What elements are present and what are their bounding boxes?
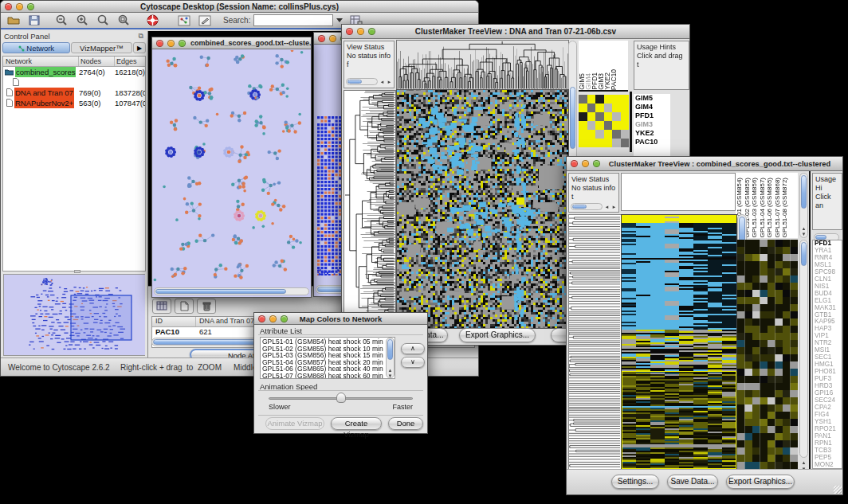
matrix-cell <box>595 104 604 112</box>
zoom-in-icon[interactable] <box>73 13 92 28</box>
treeview2-window: ClusterMaker TreeView : combined_scores_… <box>566 156 843 495</box>
attribute-item[interactable]: GPL51-07 (GSM868) heat shock 60 min <box>262 373 395 379</box>
network-list-row[interactable]: combined_sco2569(6)13112(15) <box>3 77 145 88</box>
tab-network[interactable]: Network <box>2 42 70 53</box>
tv2-zoom-heatmap[interactable] <box>737 240 798 469</box>
zoom-window-icon[interactable] <box>281 315 288 322</box>
network-name: combined_scores <box>3 67 79 77</box>
treeview1-titlebar[interactable]: ClusterMaker TreeView : DNA and Tran 07-… <box>342 25 689 39</box>
open-file-button[interactable] <box>4 13 23 28</box>
zoom-fit-icon[interactable] <box>93 13 112 28</box>
annotation-tool-icon[interactable] <box>195 13 214 28</box>
network-window-titlebar[interactable]: combined_scores_good.txt--cluste... <box>152 37 311 49</box>
window-controls[interactable] <box>1 3 39 10</box>
tv1-row-dendrogram[interactable] <box>344 90 396 329</box>
zoom-window-icon[interactable] <box>179 40 186 47</box>
move-down-button[interactable]: ∨ <box>401 357 425 368</box>
attribute-list[interactable]: GPL51-01 (GSM854) heat shock 05 minGPL51… <box>260 337 395 379</box>
close-icon[interactable] <box>156 40 163 47</box>
close-icon[interactable] <box>318 35 325 42</box>
tab-vizmapper[interactable]: VizMapper™ <box>71 42 132 53</box>
status-welcome: Welcome to Cytoscape 2.6.2 <box>8 363 110 372</box>
attribute-select-icon[interactable] <box>152 299 171 314</box>
control-panel-title: Control Panel <box>1 32 139 41</box>
birdseye-drag-handle[interactable] <box>74 270 80 273</box>
matrix-cell <box>604 104 613 112</box>
minimize-icon[interactable] <box>329 35 336 42</box>
done-button[interactable]: Done <box>388 417 423 430</box>
minimize-icon[interactable] <box>167 40 175 47</box>
tv1-status-scrollbar[interactable] <box>346 78 378 85</box>
save-button[interactable] <box>25 13 44 28</box>
resize-grip[interactable] <box>834 486 842 494</box>
attribute-item[interactable]: GPL51-01 (GSM854) heat shock 05 min <box>262 338 395 346</box>
network-nodes: 769(0) <box>79 88 115 98</box>
treeview2-title: ClusterMaker TreeView : combined_scores_… <box>605 160 834 168</box>
treeview2-titlebar[interactable]: ClusterMaker TreeView : combined_scores_… <box>567 157 842 171</box>
matrix-cell <box>604 130 613 139</box>
tv2-settings-button[interactable]: Settings... <box>611 475 659 489</box>
matrix-cell <box>612 104 621 112</box>
zoom-selected-icon[interactable] <box>114 13 133 28</box>
help-icon[interactable] <box>143 13 162 28</box>
minimize-icon[interactable] <box>269 315 277 322</box>
attribute-item[interactable]: GPL51-06 (GSM865) heat shock 40 min <box>262 365 395 373</box>
matrix-cell <box>604 112 613 121</box>
zoom-window-icon[interactable] <box>27 3 34 10</box>
create-vizmap-button[interactable]: Create Vizmap <box>331 417 382 430</box>
network-list-row[interactable]: combined_scores2764(0)16218(0) <box>3 67 145 77</box>
network-list-row[interactable]: RNAPuberNov2+563(0)107847(0) <box>3 98 145 108</box>
delete-attribute-icon[interactable] <box>197 299 216 314</box>
move-up-button[interactable]: ∧ <box>401 343 425 354</box>
minimize-icon[interactable] <box>582 160 589 167</box>
tv2-zoom-vscrollbar[interactable] <box>799 240 808 458</box>
tv2-export-graphics-button[interactable]: Export Graphics... <box>726 475 795 489</box>
tab-overflow-arrow[interactable]: ▶ <box>133 42 146 53</box>
speed-slider-thumb[interactable] <box>336 393 346 403</box>
tv1-export-graphics-button[interactable]: Export Graphics... <box>459 328 536 342</box>
cytoscape-titlebar[interactable]: Cytoscape Desktop (Session Name: collins… <box>1 1 478 13</box>
network-list-row[interactable]: DNA and Tran 07769(0)183728(0) <box>3 88 145 98</box>
search-input[interactable] <box>253 14 333 26</box>
close-icon[interactable] <box>571 160 578 167</box>
matrix-cell <box>621 95 630 104</box>
close-icon[interactable] <box>5 3 12 10</box>
tv2-view-status: View StatusNo status info t ◄► <box>568 173 619 213</box>
new-attribute-icon[interactable] <box>175 299 194 314</box>
tv2-heatmap[interactable] <box>621 214 737 471</box>
tv2-status-scrollbar[interactable] <box>571 203 603 210</box>
network-hscrollbar[interactable] <box>154 287 309 295</box>
attribute-item[interactable]: GPL51-02 (GSM855) heat shock 10 min <box>262 346 395 353</box>
birdseye-view[interactable] <box>3 274 145 356</box>
tv2-save-data-button[interactable]: Save Data... <box>667 475 718 489</box>
close-icon[interactable] <box>346 28 353 35</box>
matrix-cell <box>612 112 621 121</box>
map-dialog-titlebar[interactable]: Map Colors to Network <box>254 313 427 325</box>
network-table-header[interactable]: Network Nodes Edges <box>3 57 145 67</box>
data-col-id[interactable]: ID <box>152 317 196 326</box>
attribute-item[interactable]: GPL51-04 (GSM857) heat shock 20 min <box>262 359 395 366</box>
column-label: GPL51-08 (GSM872) <box>781 178 789 238</box>
network-tool-icon[interactable] <box>175 13 194 28</box>
tv1-gene-list: GIM5GIM4PFD1GIM3YKE2PAC10 <box>634 94 670 156</box>
attribute-item[interactable]: GPL51-03 (GSM856) heat shock 15 min <box>262 352 395 359</box>
tv2-row-dendrogram[interactable] <box>568 214 622 471</box>
network-edges: 107847(0) <box>115 98 145 108</box>
network-canvas[interactable] <box>153 50 310 287</box>
tv1-heatmap[interactable] <box>396 89 569 329</box>
minimize-icon[interactable] <box>16 3 23 10</box>
tv1-zoom-matrix[interactable] <box>579 95 629 147</box>
animate-vizmap-button[interactable]: Animate Vizmap <box>265 417 324 430</box>
zoom-out-icon[interactable] <box>52 13 71 28</box>
zoom-window-icon[interactable] <box>368 28 375 35</box>
column-label: GPL51-07 (GSM868) <box>774 178 782 238</box>
slider-faster-label: Faster <box>392 403 413 411</box>
tv1-view-status: View StatusNo status info f ◄► <box>344 41 395 88</box>
tv1-column-dendrogram[interactable] <box>396 40 569 90</box>
matrix-cell <box>587 121 596 130</box>
close-icon[interactable] <box>258 315 265 322</box>
float-panel-icon[interactable]: ⧉ <box>139 32 147 41</box>
matrix-cell <box>604 95 613 104</box>
zoom-window-icon[interactable] <box>593 160 600 167</box>
minimize-icon[interactable] <box>357 28 364 35</box>
